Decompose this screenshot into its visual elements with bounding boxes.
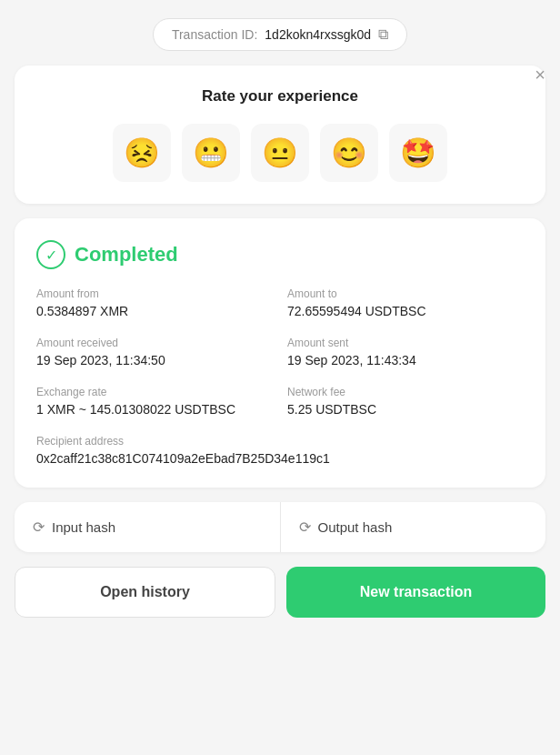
status-row: ✓ Completed [36,240,524,269]
emoji-very-satisfied[interactable]: 🤩 [389,124,447,182]
amount-to-item: Amount to 72.65595494 USDTBSC [287,287,524,318]
recipient-label: Recipient address [36,435,524,448]
exchange-rate-item: Exchange rate 1 XMR ~ 145.01308022 USDTB… [36,386,273,417]
amount-received-label: Amount received [36,337,273,349]
emoji-dissatisfied[interactable]: 😬 [182,124,240,182]
transaction-details-card: ✓ Completed Amount from 0.5384897 XMR Am… [15,218,545,488]
amount-sent-value: 19 Sep 2023, 11:43:34 [287,353,524,367]
transaction-id-bar: Transaction ID: 1d2kokn4rxssgk0d ⧉ [153,18,407,51]
copy-icon[interactable]: ⧉ [378,26,388,43]
amount-sent-item: Amount sent 19 Sep 2023, 11:43:34 [287,337,524,367]
hash-card: ⟳ Input hash ⟳ Output hash [15,502,545,552]
amount-from-item: Amount from 0.5384897 XMR [36,287,273,318]
recipient-item: Recipient address 0x2caff21c38c81C074109… [36,435,524,466]
emoji-row: 😣 😬 😐 😊 🤩 [113,124,447,182]
output-hash-button[interactable]: ⟳ Output hash [281,502,546,552]
input-hash-label: Input hash [52,519,115,535]
amount-received-value: 19 Sep 2023, 11:34:50 [36,353,273,367]
transaction-id-value: 1d2kokn4rxssgk0d [265,27,371,42]
input-hash-icon: ⟳ [33,518,45,536]
input-hash-button[interactable]: ⟳ Input hash [15,502,281,552]
emoji-satisfied[interactable]: 😊 [320,124,378,182]
check-circle-icon: ✓ [36,240,65,269]
amount-to-value: 72.65595494 USDTBSC [287,304,524,318]
rate-experience-card: × Rate your experience 😣 😬 😐 😊 🤩 [15,65,545,204]
emoji-neutral[interactable]: 😐 [251,124,309,182]
amount-received-item: Amount received 19 Sep 2023, 11:34:50 [36,337,273,367]
action-row: Open history New transaction [15,567,545,618]
amount-from-label: Amount from [36,287,273,300]
rate-title: Rate your experience [202,87,358,106]
amount-from-value: 0.5384897 XMR [36,304,273,318]
transaction-id-label: Transaction ID: [172,27,257,42]
emoji-very-dissatisfied[interactable]: 😣 [113,124,171,182]
network-fee-label: Network fee [287,386,524,398]
exchange-rate-value: 1 XMR ~ 145.01308022 USDTBSC [36,402,273,417]
output-hash-label: Output hash [318,519,393,535]
network-fee-value: 5.25 USDTBSC [287,402,524,417]
status-text: Completed [75,243,178,267]
amount-to-label: Amount to [287,287,524,300]
exchange-rate-label: Exchange rate [36,386,273,398]
details-grid: Amount from 0.5384897 XMR Amount to 72.6… [36,287,524,466]
new-transaction-button[interactable]: New transaction [286,567,545,618]
open-history-button[interactable]: Open history [15,567,275,618]
output-hash-icon: ⟳ [299,518,311,536]
close-button[interactable]: × [535,65,545,84]
network-fee-item: Network fee 5.25 USDTBSC [287,386,524,417]
recipient-value: 0x2caff21c38c81C074109a2eEbad7B25D34e119… [36,451,524,466]
amount-sent-label: Amount sent [287,337,524,349]
